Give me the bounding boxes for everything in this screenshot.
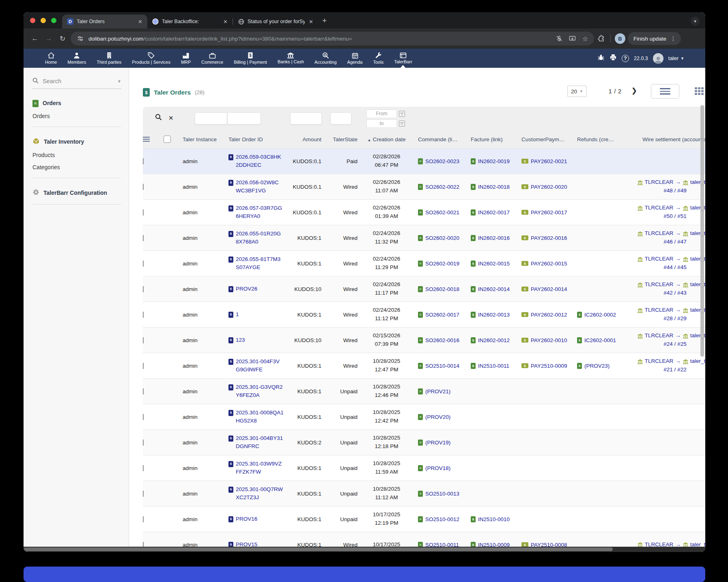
col-header-amount[interactable]: Amount: [288, 136, 325, 142]
next-page-button[interactable]: ❯: [631, 86, 637, 95]
row-checkbox[interactable]: [143, 235, 144, 241]
row-checkbox[interactable]: [143, 209, 144, 216]
menu-item-accounting[interactable]: $ Accounting: [309, 49, 342, 68]
table-row[interactable]: admin $2026.056-02W8CWC3BF1VG KUDOS:0.1 …: [143, 174, 705, 199]
wire-refs-link[interactable]: #28 / #29: [663, 315, 686, 321]
row-checkbox[interactable]: [143, 491, 144, 497]
tab-search-chevron-icon[interactable]: ▾: [691, 17, 700, 26]
menu-item-products-services[interactable]: Products | Services: [127, 49, 176, 68]
table-row[interactable]: admin $PROV15 KUDOS:1 Wired 10/17/2025 ≡…: [143, 532, 705, 547]
commande-link[interactable]: SO2602-0017: [425, 312, 459, 318]
taler-order-id-link[interactable]: 2025.301-004BY31DGNFRC: [236, 434, 284, 451]
page-size-select[interactable]: 20▼: [567, 86, 587, 97]
sidebar-item-orders[interactable]: Orders: [32, 113, 121, 119]
extensions-icon[interactable]: [597, 34, 606, 43]
filter-date-from-input[interactable]: From: [366, 110, 397, 118]
payment-link[interactable]: PAY2602-0012: [531, 312, 567, 318]
taler-order-id-link[interactable]: 123: [236, 336, 245, 344]
menu-item-members[interactable]: Members: [62, 49, 91, 68]
taler-order-id-link[interactable]: 2025.301-0008QA1HG52X8: [236, 409, 284, 425]
row-checkbox[interactable]: [143, 440, 144, 446]
section-title[interactable]: Taler Inventory: [32, 138, 121, 146]
commande-link[interactable]: (PROV21): [425, 388, 450, 394]
filter-talerstate-input[interactable]: [330, 112, 351, 125]
table-row[interactable]: admin $PROV16 KUDOS:1 Unpaid 10/17/20251…: [143, 506, 705, 532]
col-header-wire-settlement[interactable]: Wire settlement (accounts): [623, 136, 705, 142]
row-checkbox[interactable]: [143, 337, 144, 343]
col-header-customerpayment[interactable]: CustomerPaym…: [517, 136, 572, 142]
select-all-checkbox[interactable]: [164, 136, 171, 143]
taler-order-id-link[interactable]: 1: [236, 310, 239, 319]
menu-item-third-parties[interactable]: Third parties: [91, 49, 127, 68]
table-row[interactable]: admin $2025.301-004F3VG9G9WFE KUDOS:1 Wi…: [143, 353, 705, 378]
table-row[interactable]: admin $1 KUDOS:1 Wired 02/24/202611:12 P…: [143, 302, 705, 327]
wire-target-link[interactable]: taler_test: [690, 541, 705, 547]
wire-refs-link[interactable]: #48 / #49: [663, 188, 686, 194]
table-row[interactable]: admin $2025.301-00Q7RWXC2TZ3J KUDOS:1 Un…: [143, 481, 705, 506]
payment-link[interactable]: PAY2602-0021: [531, 158, 567, 164]
browser-menu-icon[interactable]: ⋮: [670, 35, 676, 42]
calendar-icon[interactable]: [399, 121, 405, 127]
wire-refs-link[interactable]: #21 / #22: [663, 366, 686, 373]
facture-link[interactable]: IN2602-0017: [478, 209, 510, 216]
payment-link[interactable]: PAY2510-0008: [531, 542, 567, 547]
wire-source-link[interactable]: TLRCLEAR: [645, 332, 674, 340]
col-header-facture[interactable]: Facture (link): [467, 136, 517, 142]
commande-link[interactable]: SO2602-0020: [425, 235, 459, 241]
menu-item-commerce[interactable]: Commerce: [196, 49, 228, 68]
wire-refs-link[interactable]: #24 / #25: [663, 341, 686, 347]
row-checkbox[interactable]: [143, 312, 144, 318]
refund-link[interactable]: (PROV23): [584, 363, 610, 369]
facture-link[interactable]: IN2510-0010: [478, 516, 510, 522]
sidebar-item-categories[interactable]: Categories: [32, 164, 121, 170]
taler-order-id-link[interactable]: 2025.301-004F3VG9G9WFE: [236, 358, 284, 374]
search-dropdown-caret-icon[interactable]: ▼: [117, 79, 121, 84]
facture-link[interactable]: IN2602-0012: [478, 337, 510, 343]
row-checkbox[interactable]: [143, 363, 144, 369]
profile-avatar[interactable]: B: [615, 33, 625, 44]
mic-blocked-icon[interactable]: [554, 34, 564, 43]
fields-selector-icon[interactable]: [143, 137, 150, 142]
sidebar-item-products[interactable]: Products: [32, 152, 121, 158]
commande-link[interactable]: SO2510-0013: [425, 491, 459, 497]
col-header-talerstate[interactable]: TalerState: [325, 136, 359, 142]
commande-link[interactable]: (PROV19): [425, 440, 450, 446]
table-row[interactable]: admin $2026.055-01R20G8X768A0 KUDOS:1 Wi…: [143, 225, 705, 250]
facture-link[interactable]: IN2510-0011: [478, 363, 509, 369]
tab-order-status[interactable]: Status of your order forSync ✕: [233, 15, 318, 28]
wire-source-link[interactable]: TLRCLEAR: [645, 541, 674, 547]
menu-item-agenda[interactable]: Agenda: [342, 49, 368, 68]
taler-order-id-link[interactable]: 2026.057-03R7GG6HERYA0: [236, 204, 284, 221]
user-menu[interactable]: taler▼: [668, 55, 684, 61]
taler-order-id-link[interactable]: 2026.055-01R20G8X768A0: [236, 230, 284, 246]
bug-icon[interactable]: [597, 54, 605, 63]
wire-refs-link[interactable]: #46 / #47: [663, 239, 686, 245]
wire-source-link[interactable]: TLRCLEAR: [645, 229, 674, 238]
finish-update-button[interactable]: Finish update ⋮: [628, 32, 681, 45]
section-title[interactable]: ≡ Orders: [32, 99, 121, 107]
wire-refs-link[interactable]: #42 / #43: [663, 290, 686, 296]
taler-order-id-link[interactable]: 2025.301-G3VQR2Y6FEZ0A: [236, 383, 284, 400]
menu-item-tools[interactable]: Tools: [368, 49, 389, 68]
section-title[interactable]: TalerBarr Configuration: [32, 189, 121, 197]
payment-link[interactable]: PAY2602-0017: [531, 209, 567, 216]
close-window-button[interactable]: [30, 18, 35, 23]
table-row[interactable]: admin $123 KUDOS:10 Wired 02/15/202607:3…: [143, 327, 705, 353]
menu-item-billing-payment[interactable]: $ Billing | Payment: [228, 49, 272, 68]
payment-link[interactable]: PAY2602-0010: [531, 337, 567, 343]
facture-link[interactable]: IN2602-0013: [478, 312, 510, 318]
row-checkbox[interactable]: [143, 388, 144, 394]
clear-filter-icon[interactable]: ✕: [168, 114, 174, 122]
taler-order-id-link[interactable]: PROV16: [236, 515, 257, 523]
table-row[interactable]: admin $2026.057-03R7GG6HERYA0 KUDOS:0.1 …: [143, 199, 705, 225]
col-header-creation-date[interactable]: ▲Creation date: [359, 136, 414, 142]
row-checkbox[interactable]: [143, 261, 144, 267]
facture-link[interactable]: IN2602-0014: [478, 286, 510, 292]
horizontal-scrollbar-thumb[interactable]: [24, 548, 613, 551]
payment-link[interactable]: PAY2602-0014: [531, 286, 567, 292]
row-checkbox[interactable]: [143, 184, 144, 190]
menu-item-talerbarr[interactable]: TalerBarr: [389, 49, 418, 68]
filter-amount-input[interactable]: [290, 112, 322, 125]
vertical-scrollbar-thumb[interactable]: [700, 105, 704, 357]
table-row[interactable]: admin $2025.301-004BY31DGNFRC KUDOS:2 Un…: [143, 429, 705, 455]
